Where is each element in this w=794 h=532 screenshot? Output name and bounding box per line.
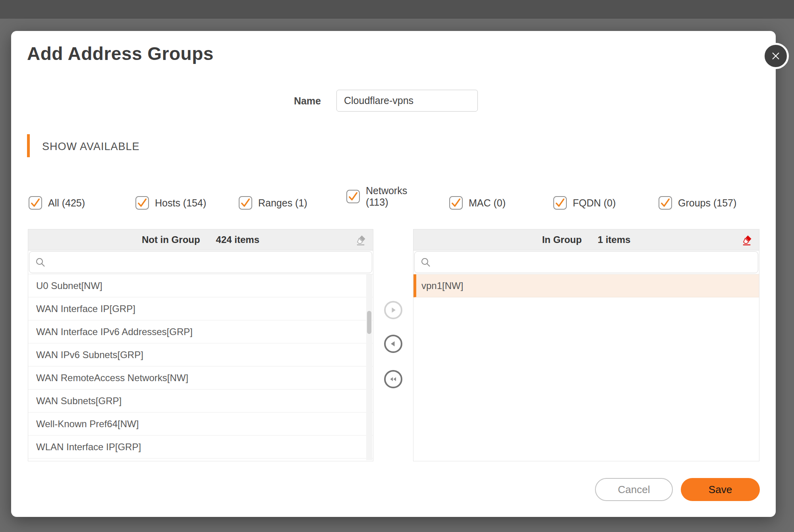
list-item[interactable]: WAN Interface IPv6 Addresses[GRP] xyxy=(28,320,373,343)
panel-item-count: 1 items xyxy=(598,234,631,245)
filter-checkbox-all[interactable]: All (425) xyxy=(29,196,85,210)
checkbox-checked-icon xyxy=(239,196,252,210)
list-scrollbar[interactable] xyxy=(366,274,372,460)
scrollbar-thumb[interactable] xyxy=(367,311,371,334)
in-group-panel: In Group 1 items xyxy=(413,229,759,461)
search-icon xyxy=(35,257,46,268)
filter-checkbox-networks[interactable]: Networks (113) xyxy=(346,185,412,208)
not-in-group-search xyxy=(29,251,372,273)
list-item[interactable]: WAN IPv6 Subnets[GRP] xyxy=(28,343,373,366)
list-item-selected[interactable]: vpn1[NW] xyxy=(413,274,759,297)
move-right-button[interactable] xyxy=(384,301,402,319)
list-item[interactable]: WAN Interface IP[GRP] xyxy=(28,297,373,320)
in-group-header: In Group 1 items xyxy=(413,229,759,251)
section-heading: SHOW AVAILABLE xyxy=(42,141,140,153)
arrow-left-icon xyxy=(388,339,398,349)
not-in-group-header: Not in Group 424 items xyxy=(28,229,373,251)
list-item[interactable]: WAN Subnets[GRP] xyxy=(28,389,373,412)
list-item[interactable]: WLAN Interface IP[GRP] xyxy=(28,436,373,459)
eraser-icon-red xyxy=(741,234,754,246)
filter-checkbox-hosts[interactable]: Hosts (154) xyxy=(135,196,206,210)
filter-checkbox-ranges[interactable]: Ranges (1) xyxy=(239,196,307,210)
filter-label: Ranges (1) xyxy=(258,197,307,209)
checkbox-checked-icon xyxy=(346,190,360,203)
search-input[interactable] xyxy=(50,252,372,273)
list-item[interactable]: Well-Known Pref64[NW] xyxy=(28,412,373,436)
checkbox-checked-icon xyxy=(659,196,672,210)
arrow-right-icon xyxy=(388,305,398,315)
not-in-group-list: U0 Subnet[NW] WAN Interface IP[GRP] WAN … xyxy=(28,274,373,460)
checkbox-checked-icon xyxy=(135,196,149,210)
page-title: Add Address Groups xyxy=(27,43,214,64)
move-left-button[interactable] xyxy=(384,335,402,353)
list-item[interactable]: U0 Subnet[NW] xyxy=(28,274,373,297)
clear-selection-button[interactable] xyxy=(355,233,368,247)
panel-title: Not in Group xyxy=(142,234,200,245)
checkbox-checked-icon xyxy=(553,196,567,210)
close-icon xyxy=(770,50,782,62)
filter-label: FQDN (0) xyxy=(573,197,616,209)
filter-checkbox-mac[interactable]: MAC (0) xyxy=(449,196,506,210)
checkbox-checked-icon xyxy=(29,196,42,210)
close-button[interactable] xyxy=(763,43,789,69)
filter-label: Networks (113) xyxy=(366,185,412,208)
checkbox-checked-icon xyxy=(449,196,463,210)
filter-label: All (425) xyxy=(48,197,85,209)
filter-checkbox-groups[interactable]: Groups (157) xyxy=(659,196,736,210)
not-in-group-panel: Not in Group 424 items xyxy=(28,229,373,461)
save-button[interactable]: Save xyxy=(681,478,760,501)
filter-label: Hosts (154) xyxy=(155,197,206,209)
name-input[interactable] xyxy=(336,90,478,112)
eraser-icon xyxy=(355,234,368,246)
search-input[interactable] xyxy=(435,252,758,273)
move-all-left-button[interactable] xyxy=(384,370,402,388)
section-accent-bar xyxy=(27,134,30,157)
list-item[interactable]: WAN RemoteAccess Networks[NW] xyxy=(28,366,373,389)
clear-group-button[interactable] xyxy=(741,233,754,247)
add-address-groups-dialog: Add Address Groups Name SHOW AVAILABLE A… xyxy=(11,31,776,517)
in-group-list: vpn1[NW] xyxy=(413,274,759,460)
backdrop-top-band xyxy=(0,0,794,19)
name-field-label: Name xyxy=(273,95,321,107)
filter-label: MAC (0) xyxy=(469,197,506,209)
search-icon xyxy=(420,257,431,268)
panel-title: In Group xyxy=(542,234,582,245)
cancel-button[interactable]: Cancel xyxy=(595,478,673,501)
filter-checkbox-fqdn[interactable]: FQDN (0) xyxy=(553,196,616,210)
in-group-search xyxy=(414,251,758,273)
filter-label: Groups (157) xyxy=(678,197,736,209)
panel-item-count: 424 items xyxy=(216,234,259,245)
double-arrow-left-icon xyxy=(388,374,398,384)
